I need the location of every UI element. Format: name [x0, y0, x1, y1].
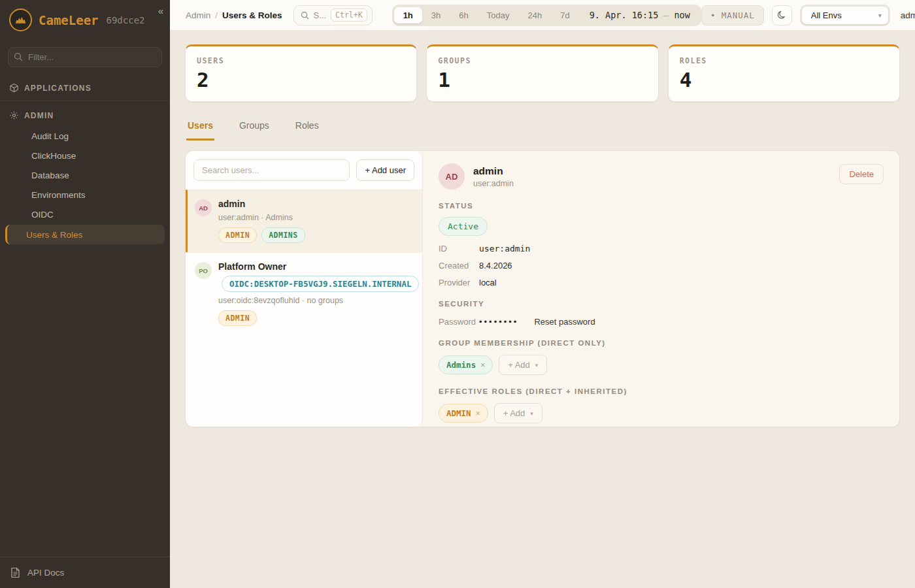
users-panel: + Add user AD admin user:admin · Admins …	[185, 150, 900, 427]
sidebar-item-users-roles[interactable]: Users & Roles	[5, 225, 165, 244]
remove-role-icon[interactable]: ×	[476, 409, 480, 418]
brand-name: CameLeer	[39, 13, 99, 27]
password-row: Password •••••••• Reset password	[439, 317, 884, 327]
time-range-segmented: 1h 3h 6h Today 24h 7d 9. Apr. 16:15 — no…	[392, 5, 701, 26]
time-range-6h[interactable]: 6h	[450, 7, 477, 24]
time-range-today[interactable]: Today	[478, 7, 519, 24]
user-name: admin	[218, 199, 305, 209]
theme-toggle-button[interactable]	[772, 5, 792, 25]
nav-section-admin[interactable]: ADMIN	[0, 104, 170, 127]
sidebar-item-oidc[interactable]: OIDC	[5, 205, 165, 224]
refresh-mode-button[interactable]: • MANUAL	[701, 5, 764, 25]
password-mask: ••••••••	[479, 317, 518, 327]
time-separator: —	[663, 10, 669, 20]
chip-label: Admins	[446, 360, 476, 370]
remove-group-icon[interactable]: ×	[480, 361, 485, 370]
time-range-1h[interactable]: 1h	[394, 7, 422, 24]
tabs-row: Users Groups Roles	[185, 116, 900, 140]
reset-password-link[interactable]: Reset password	[534, 317, 595, 327]
time-range-7d[interactable]: 7d	[551, 7, 578, 24]
search-icon	[14, 52, 23, 61]
breadcrumb: Admin / Users & Roles	[186, 10, 282, 20]
detail-header: AD admin user:admin	[439, 163, 884, 189]
add-group-label: + Add	[508, 360, 530, 370]
time-range-display[interactable]: 9. Apr. 16:15 — now	[579, 10, 699, 20]
time-range-24h[interactable]: 24h	[518, 7, 551, 24]
camel-logo-icon	[9, 8, 32, 31]
time-from: 9. Apr. 16:15	[590, 10, 659, 20]
delete-user-button[interactable]: Delete	[839, 164, 884, 184]
field-label-created: Created	[439, 261, 479, 270]
role-badge: ADMIN	[218, 227, 257, 243]
chip-label: ADMIN	[446, 408, 471, 418]
sidebar: CameLeer 69dcce2 « APPLICATIONS	[0, 0, 170, 588]
stat-card-groups: GROUPS 1	[426, 44, 658, 102]
user-list-pane: + Add user AD admin user:admin · Admins …	[186, 151, 423, 427]
badge-row: ADMIN ADMINS	[218, 227, 305, 243]
user-item-body: Platform Owner OIDC:DESKTOP-FB5VGJ9.SIEG…	[218, 261, 413, 326]
avatar: AD	[195, 199, 212, 216]
chevron-down-icon: ▾	[535, 362, 539, 368]
effective-roles-header: EFFECTIVE ROLES (DIRECT + INHERITED)	[439, 387, 884, 395]
stat-card-roles: ROLES 4	[668, 44, 900, 102]
stat-label: USERS	[197, 56, 405, 65]
user-name: Platform Owner	[218, 261, 413, 272]
sidebar-item-database[interactable]: Database	[5, 166, 165, 185]
sidebar-item-clickhouse[interactable]: ClickHouse	[5, 146, 165, 165]
time-to: now	[674, 10, 690, 20]
stat-card-users: USERS 2	[185, 44, 417, 102]
add-role-button[interactable]: + Add ▾	[494, 403, 542, 423]
field-label-provider: Provider	[439, 278, 479, 287]
chevron-down-icon: ▾	[530, 410, 533, 417]
group-chip-row: Admins × + Add ▾	[439, 355, 884, 375]
global-search-text: S...	[314, 10, 327, 20]
oidc-provider-badge: OIDC:DESKTOP-FB5VGJ9.SIEGELN.INTERNAL	[222, 276, 419, 292]
user-meta: user:oidc:8evzqofluhld · no groups	[218, 296, 413, 305]
role-chip-row: ADMIN × + Add ▾	[439, 403, 884, 423]
stat-value: 4	[680, 68, 888, 91]
tab-users[interactable]: Users	[186, 116, 214, 140]
admin-nav-items: Audit Log ClickHouse Database Environmen…	[0, 127, 170, 244]
tab-roles[interactable]: Roles	[294, 116, 320, 140]
sidebar-item-environments[interactable]: Environments	[5, 186, 165, 204]
stat-value: 2	[197, 68, 405, 91]
group-membership-header: GROUP MEMBERSHIP (DIRECT ONLY)	[439, 339, 884, 347]
group-badge: ADMINS	[261, 227, 305, 243]
brand-version: 69dcce2	[107, 15, 145, 25]
env-select-wrap: All Envs ▾	[800, 5, 890, 26]
sidebar-item-audit-log[interactable]: Audit Log	[5, 127, 165, 146]
global-search-button[interactable]: S... Ctrl+K	[293, 5, 373, 25]
dot-icon: •	[710, 10, 716, 20]
topbar-username: admin	[901, 10, 915, 20]
stat-label: GROUPS	[438, 56, 646, 65]
password-label: Password	[439, 317, 479, 327]
sidebar-filter	[8, 47, 162, 67]
nav-section-applications[interactable]: APPLICATIONS	[0, 76, 170, 99]
api-docs-link[interactable]: API Docs	[0, 557, 170, 588]
field-value-id: user:admin	[479, 244, 884, 253]
sidebar-filter-input[interactable]	[8, 47, 162, 67]
search-users-input[interactable]	[193, 159, 350, 181]
time-range-3h[interactable]: 3h	[422, 7, 450, 24]
user-list-item-platform-owner[interactable]: PO Platform Owner OIDC:DESKTOP-FB5VGJ9.S…	[186, 252, 422, 335]
sidebar-collapse-icon[interactable]: «	[158, 5, 163, 16]
badge-row: ADMIN	[218, 310, 413, 326]
field-value-created: 8.4.2026	[479, 261, 884, 270]
detail-user-id: user:admin	[473, 179, 514, 188]
add-role-label: + Add	[503, 408, 525, 418]
tab-groups[interactable]: Groups	[238, 116, 271, 140]
shortcut-badge: Ctrl+K	[331, 8, 367, 22]
env-select[interactable]: All Envs ▾	[802, 7, 888, 24]
status-badge: Active	[439, 217, 488, 236]
user-list-item-admin[interactable]: AD admin user:admin · Admins ADMIN ADMIN…	[186, 189, 422, 252]
field-label-id: ID	[439, 244, 479, 253]
moon-icon	[776, 10, 787, 20]
add-user-button[interactable]: + Add user	[356, 159, 414, 181]
env-select-value: All Envs	[811, 10, 842, 20]
nav-section-label: APPLICATIONS	[24, 84, 92, 93]
nav-section-label: ADMIN	[24, 111, 54, 120]
add-group-button[interactable]: + Add ▾	[499, 355, 547, 375]
user-meta: user:admin · Admins	[218, 213, 305, 222]
breadcrumb-admin[interactable]: Admin	[186, 10, 210, 20]
document-icon	[10, 567, 20, 578]
